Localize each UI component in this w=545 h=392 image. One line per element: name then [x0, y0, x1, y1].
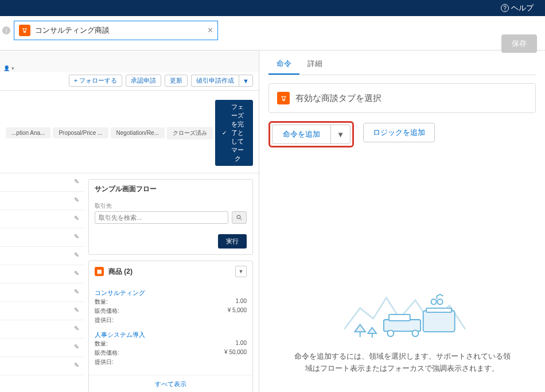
stage-chip[interactable]: ...ption Ana...	[6, 127, 50, 138]
account-label: 取引先	[95, 202, 247, 210]
field-row[interactable]: ✎	[0, 228, 84, 247]
update-button[interactable]: 更新	[165, 75, 188, 87]
topbar: i コンサルティング商談 × 保存	[0, 16, 545, 51]
search-button[interactable]	[232, 211, 247, 224]
svg-rect-6	[389, 315, 410, 321]
account-search-input[interactable]	[95, 211, 228, 224]
related-column: サンプル画面フロー 取引先 実行	[84, 173, 259, 392]
empty-illustration	[316, 282, 488, 345]
show-all-link[interactable]: すべて表示	[89, 375, 252, 392]
products-card: ▦ 商品 (2) ▼ コンサルティング 数量:1.00 販売価格:¥ 5,000…	[88, 261, 253, 392]
exec-button[interactable]: 実行	[218, 234, 247, 249]
svg-rect-1	[423, 311, 455, 332]
tabs: 命令 詳細	[268, 54, 536, 75]
svg-point-0	[237, 215, 240, 219]
field-row[interactable]: ✎	[0, 284, 84, 302]
selection-panel: 有効な商談タブを選択	[268, 83, 536, 113]
edit-icon: ✎	[74, 288, 79, 296]
action-row: 命令を追加 ▼ ロジックを追加	[268, 121, 536, 148]
field-row[interactable]: ✎	[0, 173, 84, 192]
opportunity-icon	[19, 25, 30, 36]
field-row[interactable]: ✎	[0, 192, 84, 210]
object-label: コンサルティング商談	[35, 25, 203, 36]
follow-button[interactable]: + フォローする	[69, 75, 122, 87]
add-command-button[interactable]: 命令を追加	[272, 125, 330, 144]
discount-caret[interactable]: ▼	[239, 75, 253, 87]
help-link[interactable]: ? ヘルプ	[501, 3, 534, 13]
field-row[interactable]: ✎	[0, 302, 84, 320]
edit-icon: ✎	[74, 325, 79, 332]
field-row[interactable]: ✎	[0, 357, 84, 375]
opportunity-icon	[277, 92, 290, 104]
stage-chip[interactable]: Negotiation/Re...	[111, 127, 165, 138]
approval-button[interactable]: 承認申請	[126, 75, 161, 87]
edit-icon: ✎	[74, 362, 79, 369]
tab-commands[interactable]: 命令	[268, 54, 299, 75]
instructions-text: 命令を追加するには、領域を選択します。サポートされている領域はフロート表示または…	[268, 345, 536, 381]
mark-label: フェーズを完了としてマーク	[229, 103, 246, 163]
clear-icon[interactable]: ×	[208, 25, 213, 36]
edit-icon: ✎	[74, 270, 79, 277]
svg-rect-2	[426, 308, 451, 312]
add-command-caret[interactable]: ▼	[330, 125, 351, 144]
info-icon[interactable]: i	[2, 26, 10, 34]
sample-flow-card: サンプル画面フロー 取引先 実行	[88, 179, 253, 255]
edit-icon: ✎	[74, 343, 79, 351]
main: 👤 ▾ + フォローする 承認申請 更新 値引申請作成 ▼ ...ption A…	[0, 51, 545, 392]
product-link[interactable]: 人事システム導入	[95, 331, 247, 339]
svg-point-7	[387, 331, 394, 337]
object-selector[interactable]: コンサルティング商談 ×	[14, 21, 218, 40]
question-icon: ?	[501, 4, 509, 12]
card-toggle[interactable]: ▼	[235, 266, 247, 277]
svg-point-8	[412, 331, 418, 337]
field-row[interactable]: ✎	[0, 320, 84, 339]
edit-icon: ✎	[74, 215, 79, 222]
empty-state: 命令を追加するには、領域を選択します。サポートされている領域はフロート表示または…	[268, 148, 536, 392]
card-title: 商品 (2)	[108, 267, 231, 277]
field-row[interactable]: ✎	[0, 210, 84, 228]
panel-text: 有効な商談タブを選択	[295, 93, 382, 104]
field-row[interactable]: ✎	[0, 339, 84, 357]
right-pane: 命令 詳細 有効な商談タブを選択 命令を追加 ▼ ロジックを追加	[259, 51, 545, 392]
svg-point-3	[431, 300, 436, 305]
check-icon: ✓	[222, 130, 227, 136]
field-column: ✎ ✎ ✎ ✎ ✎ ✎ ✎ ✎ ✎ ✎ ✎	[0, 173, 84, 392]
card-title: サンプル画面フロー	[95, 184, 247, 194]
preview-toolbar: + フォローする 承認申請 更新 値引申請作成 ▼	[0, 72, 259, 91]
discount-button[interactable]: 値引申請作成	[191, 75, 239, 87]
svg-rect-5	[384, 320, 421, 331]
edit-icon: ✎	[74, 196, 79, 204]
product-icon: ▦	[95, 267, 104, 276]
stage-chip[interactable]: Proposal/Price ...	[53, 127, 108, 138]
stage-path: ...ption Ana... Proposal/Price ... Negot…	[0, 91, 259, 173]
profile-icon: 👤 ▾	[0, 64, 259, 72]
discount-button-group: 値引申請作成 ▼	[191, 75, 253, 87]
save-button[interactable]: 保存	[501, 34, 537, 53]
mark-complete-button[interactable]: ✓ フェーズを完了としてマーク	[215, 100, 253, 166]
edit-icon: ✎	[74, 251, 79, 259]
help-label: ヘルプ	[511, 3, 534, 13]
add-command-group: 命令を追加 ▼	[268, 121, 354, 148]
product-item: コンサルティング 数量:1.00 販売価格:¥ 5,000 提供日:	[95, 285, 247, 327]
edit-icon: ✎	[74, 233, 79, 240]
product-link[interactable]: コンサルティング	[95, 289, 247, 297]
tab-details[interactable]: 詳細	[299, 54, 330, 75]
edit-icon: ✎	[74, 306, 79, 314]
preview-pane: 👤 ▾ + フォローする 承認申請 更新 値引申請作成 ▼ ...ption A…	[0, 51, 259, 392]
add-logic-button[interactable]: ロジックを追加	[363, 123, 435, 142]
stage-chip[interactable]: クローズ済み	[167, 127, 213, 139]
preview-body: ...ption Ana... Proposal/Price ... Negot…	[0, 91, 259, 392]
svg-point-4	[437, 300, 442, 305]
field-row[interactable]: ✎	[0, 265, 84, 284]
app-header: ? ヘルプ	[0, 0, 545, 16]
product-item: 人事システム導入 数量:1.00 販売価格:¥ 50,000 提供日:	[95, 327, 247, 369]
edit-icon: ✎	[74, 178, 79, 185]
field-row[interactable]: ✎	[0, 247, 84, 265]
